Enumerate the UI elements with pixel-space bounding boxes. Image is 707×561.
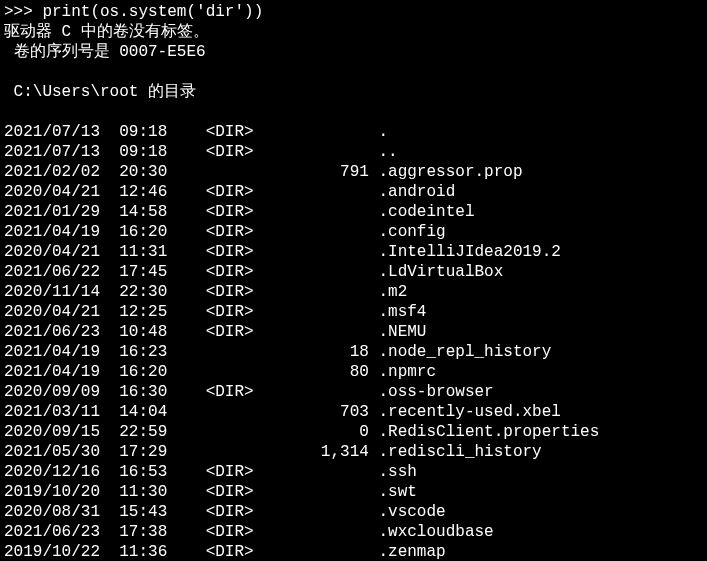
listing-row: 2020/04/21 11:31 <DIR> .IntelliJIdea2019… xyxy=(4,242,703,262)
listing-row: 2021/07/13 09:18 <DIR> . xyxy=(4,122,703,142)
directory-listing: 2021/07/13 09:18 <DIR> .2021/07/13 09:18… xyxy=(4,122,703,561)
blank-line xyxy=(4,102,703,122)
listing-row: 2021/04/19 16:20 <DIR> .config xyxy=(4,222,703,242)
listing-row: 2021/07/13 09:18 <DIR> .. xyxy=(4,142,703,162)
listing-row: 2019/10/20 11:30 <DIR> .swt xyxy=(4,482,703,502)
listing-row: 2019/10/22 11:36 <DIR> .zenmap xyxy=(4,542,703,561)
listing-row: 2021/03/11 14:04 703 .recently-used.xbel xyxy=(4,402,703,422)
listing-row: 2020/08/31 15:43 <DIR> .vscode xyxy=(4,502,703,522)
listing-row: 2020/04/21 12:46 <DIR> .android xyxy=(4,182,703,202)
listing-row: 2021/01/29 14:58 <DIR> .codeintel xyxy=(4,202,703,222)
listing-row: 2021/05/30 17:29 1,314 .rediscli_history xyxy=(4,442,703,462)
listing-row: 2020/11/14 22:30 <DIR> .m2 xyxy=(4,282,703,302)
directory-of-line: C:\Users\root 的目录 xyxy=(4,82,703,102)
prompt-line[interactable]: >>> print(os.system('dir')) xyxy=(4,2,703,22)
listing-row: 2021/04/19 16:23 18 .node_repl_history xyxy=(4,342,703,362)
listing-row: 2021/02/02 20:30 791 .aggressor.prop xyxy=(4,162,703,182)
listing-row: 2020/09/15 22:59 0 .RedisClient.properti… xyxy=(4,422,703,442)
listing-row: 2021/06/23 17:38 <DIR> .wxcloudbase xyxy=(4,522,703,542)
blank-line xyxy=(4,62,703,82)
volume-label-line: 驱动器 C 中的卷没有标签。 xyxy=(4,22,703,42)
listing-row: 2021/04/19 16:20 80 .npmrc xyxy=(4,362,703,382)
serial-line: 卷的序列号是 0007-E5E6 xyxy=(4,42,703,62)
listing-row: 2021/06/22 17:45 <DIR> .LdVirtualBox xyxy=(4,262,703,282)
listing-row: 2020/04/21 12:25 <DIR> .msf4 xyxy=(4,302,703,322)
listing-row: 2021/06/23 10:48 <DIR> .NEMU xyxy=(4,322,703,342)
listing-row: 2020/12/16 16:53 <DIR> .ssh xyxy=(4,462,703,482)
listing-row: 2020/09/09 16:30 <DIR> .oss-browser xyxy=(4,382,703,402)
